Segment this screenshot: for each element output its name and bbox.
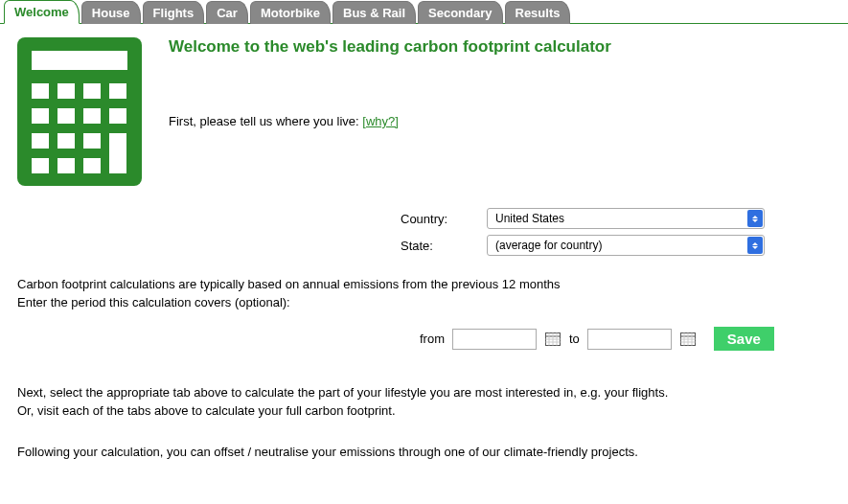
intro-text: First, please tell us where you live: [w… [169, 114, 611, 128]
tab-motorbike[interactable]: Motorbike [250, 1, 331, 24]
from-label: from [420, 332, 445, 346]
state-value: (average for country) [495, 239, 602, 252]
svg-rect-15 [57, 158, 75, 173]
chevron-up-down-icon [747, 237, 763, 254]
calendar-icon[interactable] [544, 331, 562, 348]
svg-rect-6 [32, 108, 49, 124]
to-date-input[interactable] [587, 329, 672, 350]
svg-rect-7 [57, 108, 75, 124]
tab-secondary[interactable]: Secondary [418, 1, 502, 24]
country-select[interactable]: United States [487, 208, 765, 229]
calculator-icon [17, 37, 142, 189]
tab-bus-rail[interactable]: Bus & Rail [332, 1, 416, 24]
page-title: Welcome to the web's leading carbon foot… [169, 37, 611, 57]
svg-rect-3 [57, 83, 75, 99]
instruction-2: Or, visit each of the tabs above to calc… [17, 403, 831, 418]
svg-rect-13 [109, 133, 126, 173]
tab-results[interactable]: Results [505, 1, 571, 24]
from-date-input[interactable] [452, 329, 537, 350]
chevron-up-down-icon [747, 210, 763, 227]
svg-rect-16 [83, 158, 101, 173]
svg-rect-9 [109, 108, 126, 124]
svg-rect-10 [32, 133, 49, 149]
tab-house[interactable]: House [81, 1, 141, 24]
state-label: State: [401, 239, 477, 253]
annual-note: Carbon footprint calculations are typica… [17, 277, 831, 291]
svg-rect-14 [32, 158, 49, 173]
svg-rect-1 [32, 51, 127, 70]
svg-rect-4 [83, 83, 101, 99]
state-select[interactable]: (average for country) [487, 235, 765, 256]
tab-bar: Welcome House Flights Car Motorbike Bus … [0, 0, 848, 24]
instruction-1: Next, select the appropriate tab above t… [17, 385, 831, 400]
to-label: to [569, 332, 580, 346]
save-button[interactable]: Save [714, 327, 774, 351]
period-note: Enter the period this calculation covers… [17, 295, 831, 309]
country-label: Country: [401, 212, 477, 226]
svg-rect-8 [83, 108, 101, 124]
svg-rect-5 [109, 83, 126, 99]
instruction-3: Following your calculation, you can offs… [17, 445, 831, 459]
tab-car[interactable]: Car [206, 1, 248, 24]
content-panel: Welcome to the web's leading carbon foot… [0, 24, 848, 476]
country-value: United States [495, 212, 564, 225]
tab-flights[interactable]: Flights [143, 1, 205, 24]
calendar-icon[interactable] [679, 331, 697, 348]
svg-rect-12 [83, 133, 101, 149]
why-link[interactable]: [why?] [362, 114, 399, 128]
svg-rect-2 [32, 83, 49, 99]
svg-rect-11 [57, 133, 75, 149]
tab-welcome[interactable]: Welcome [4, 0, 80, 24]
